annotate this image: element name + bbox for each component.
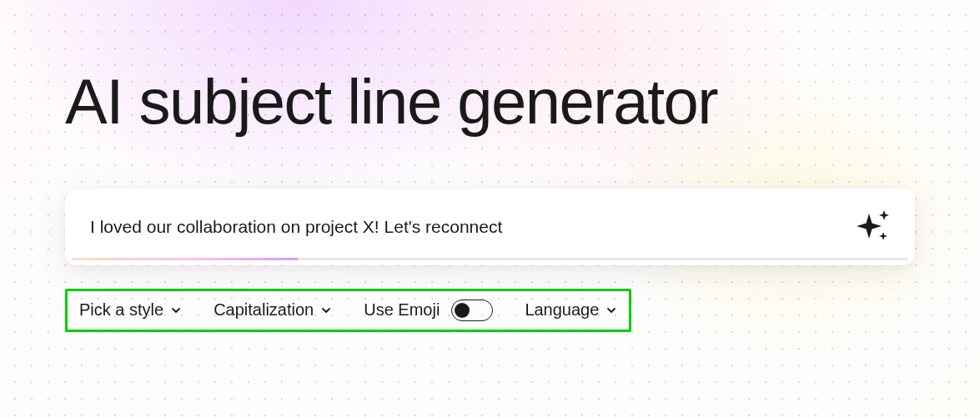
- style-dropdown-label: Pick a style: [79, 300, 163, 320]
- sparkle-icon: [852, 207, 892, 247]
- chevron-down-icon: [320, 305, 332, 316]
- chevron-down-icon: [606, 305, 617, 316]
- main-container: AI subject line generator Pick a style C…: [0, 0, 980, 332]
- language-dropdown-label: Language: [525, 300, 599, 320]
- emoji-toggle[interactable]: [451, 300, 493, 321]
- language-dropdown[interactable]: Language: [525, 300, 617, 320]
- page-title: AI subject line generator: [65, 67, 915, 137]
- capitalization-dropdown-label: Capitalization: [214, 300, 314, 320]
- toggle-knob: [455, 303, 470, 318]
- capitalization-dropdown[interactable]: Capitalization: [214, 300, 332, 320]
- prompt-input-card: [65, 189, 915, 265]
- options-row: Pick a style Capitalization Use Emoji La…: [65, 289, 631, 332]
- emoji-toggle-group: Use Emoji: [364, 300, 493, 321]
- chevron-down-icon: [170, 305, 182, 316]
- prompt-input[interactable]: [90, 217, 848, 237]
- emoji-toggle-label: Use Emoji: [364, 300, 440, 320]
- generate-button[interactable]: [848, 203, 897, 251]
- style-dropdown[interactable]: Pick a style: [79, 300, 182, 320]
